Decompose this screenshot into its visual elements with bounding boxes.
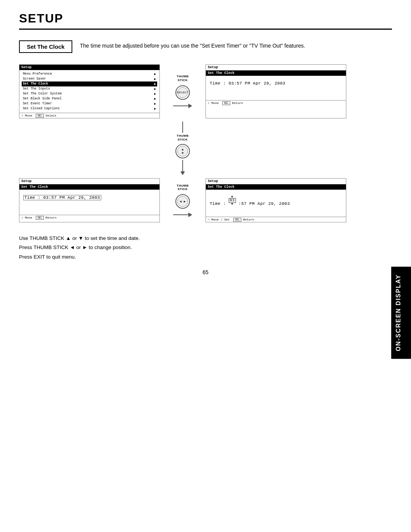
screen-bot-left-time: Time : 03:57 PM Apr 29, 2003	[19, 190, 159, 203]
top-arrow-right	[173, 104, 192, 108]
time-box-left: Time : 03:57 PM Apr 29, 2003	[23, 195, 101, 200]
screen-setup-menu: Setup Menu Preference▶ Screen Saver▶ Set…	[19, 64, 160, 118]
screen-top-right-subheader: Set The Clock	[206, 70, 346, 76]
menu-item-menu-preference: Menu Preference▶	[22, 72, 157, 77]
instruction-1: Use THUMB STICK ▲ or ▼ to set the time a…	[19, 234, 392, 243]
time-after: :57 PM Apr 29, 2003	[239, 201, 290, 206]
diagram-area: Setup Menu Preference▶ Screen Saver▶ Set…	[19, 64, 392, 222]
thumb-stick-bot-circle: ◄ ►	[175, 194, 190, 209]
screen-bot-left-subheader: Set The Clock	[19, 184, 159, 190]
instructions-block: Use THUMB STICK ▲ or ▼ to set the time a…	[19, 234, 392, 262]
screen-top-right-time: Time : 03:57 PM Apr 29, 2003	[206, 76, 346, 89]
page-number: 65	[19, 269, 392, 275]
screen-bot-left-header: Setup	[19, 179, 159, 184]
screen-set-clock-initial: Setup Set The Clock Time : 03:57 PM Apr …	[206, 64, 346, 118]
screen-bot-right-footer: ↔ Move ↕ Set SEL Return	[206, 217, 346, 222]
mid-connector: THUMBSTICK ▲ ▼	[160, 118, 206, 178]
menu-item-screen-saver: Screen Saver▶	[22, 77, 157, 81]
screen-set-clock-final: Setup Set The Clock Time : ▲ 03 ▼ :57 PM…	[206, 178, 346, 222]
screen-top-right-footer: ↕ Move SEL Return	[206, 100, 346, 105]
menu-item-black-side: Set Black Side Panel▶	[22, 96, 157, 101]
top-connector: THUMBSTICK SELECT	[160, 64, 206, 118]
up-arrow: ▲	[229, 195, 236, 198]
sidebar-tab: ON-SCREEN DISPLAY	[391, 267, 411, 359]
screen-top-right-header: Setup	[206, 65, 346, 70]
thumb-stick-mid-label: THUMBSTICK	[177, 134, 188, 141]
time-before: Time :	[210, 201, 229, 206]
clock-description: The time must be adjusted before you can…	[80, 40, 305, 50]
thumb-stick-bot-label: THUMBSTICK	[177, 184, 188, 191]
thumb-stick-top-circle: SELECT	[175, 85, 190, 100]
clock-label: Set The Clock	[19, 40, 72, 53]
screen-top-left-footer: ↕ Move SEL Select	[19, 113, 159, 118]
time-value-container: ▲ 03 ▼	[229, 195, 236, 206]
down-arrow: ▼	[229, 203, 236, 206]
menu-item-closed-captions: Set Closed Captions▶	[22, 106, 157, 111]
thumb-stick-top-label: THUMBSTICK	[177, 75, 188, 82]
screen-bot-right-time: Time : ▲ 03 ▼ :57 PM Apr 29, 2003	[206, 190, 346, 209]
screen-bot-right-subheader: Set The Clock	[206, 184, 346, 190]
screen-bot-left-footer: ↕ Move SEL Return	[19, 215, 159, 220]
thumb-stick-mid-circle: ▲ ▼	[175, 144, 190, 158]
screen-top-left-header: Setup	[19, 65, 159, 70]
clock-banner: Set The Clock The time must be adjusted …	[19, 40, 392, 53]
screen-set-clock-time-boxed: Setup Set The Clock Time : 03:57 PM Apr …	[19, 178, 160, 222]
bot-connector: THUMBSTICK ◄ ►	[160, 178, 206, 222]
bot-arrow-right	[173, 212, 192, 217]
menu-item-set-clock: Set The Clock▶	[22, 81, 157, 86]
menu-item-set-inputs: Set The Inputs▶	[22, 86, 157, 91]
instruction-2: Press THUMB STICK ◄ or ► to change posit…	[19, 243, 392, 252]
screen-top-left-body: Menu Preference▶ Screen Saver▶ Set The C…	[19, 70, 159, 113]
instruction-3: Press EXIT to quit menu.	[19, 252, 392, 262]
page-title: SETUP	[19, 11, 392, 30]
menu-item-color-system: Set The Color System▶	[22, 91, 157, 96]
mid-vertical-connector: THUMBSTICK ▲ ▼	[175, 121, 190, 175]
menu-item-event-timer: Set Event Timer▶	[22, 101, 157, 106]
screen-bot-right-header: Setup	[206, 179, 346, 184]
